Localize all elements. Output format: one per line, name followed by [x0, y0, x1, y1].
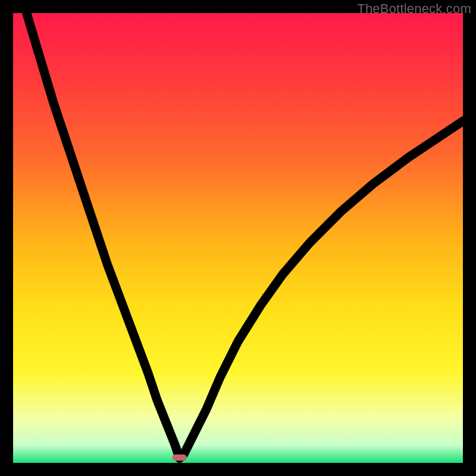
optimum-marker: [173, 455, 187, 461]
chart-frame: TheBottleneck.com: [0, 0, 476, 476]
bottleneck-curve: [13, 0, 463, 458]
curve-layer: [13, 13, 463, 463]
